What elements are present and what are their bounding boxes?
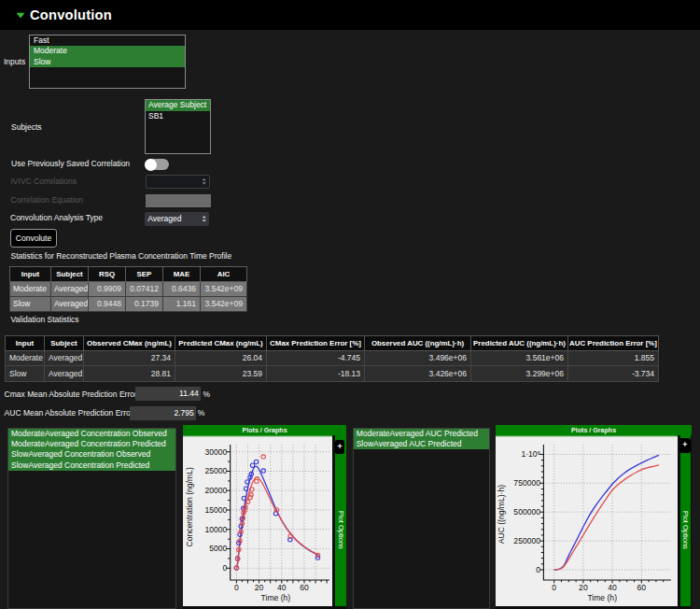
svg-text:Time (h): Time (h) [588,593,618,602]
svg-text:10000: 10000 [204,525,227,534]
svg-text:60: 60 [637,583,647,592]
svg-text:0: 0 [222,564,227,574]
svg-text:500000: 500000 [514,507,541,517]
svg-text:20000: 20000 [204,486,227,495]
svg-text:15000: 15000 [204,505,227,515]
svg-text:Concentration (ng/mL): Concentration (ng/mL) [185,467,194,546]
svg-text:20: 20 [254,583,263,592]
svg-text:0: 0 [234,583,239,592]
svg-text:40: 40 [609,583,618,592]
svg-text:0: 0 [537,565,541,574]
svg-text:1·106: 1·106 [522,450,541,460]
svg-text:25000: 25000 [204,467,227,476]
svg-text:60: 60 [300,583,309,592]
svg-text:40: 40 [277,583,287,592]
svg-text:250000: 250000 [514,536,541,545]
svg-text:5000: 5000 [209,545,227,554]
svg-text:0: 0 [553,583,557,592]
svg-text:750000: 750000 [514,479,541,489]
svg-text:AUC ((ng/mL)·h): AUC ((ng/mL)·h) [497,485,506,545]
svg-text:30000: 30000 [204,447,227,457]
svg-text:20: 20 [579,583,588,592]
svg-text:Time (h): Time (h) [260,593,290,602]
